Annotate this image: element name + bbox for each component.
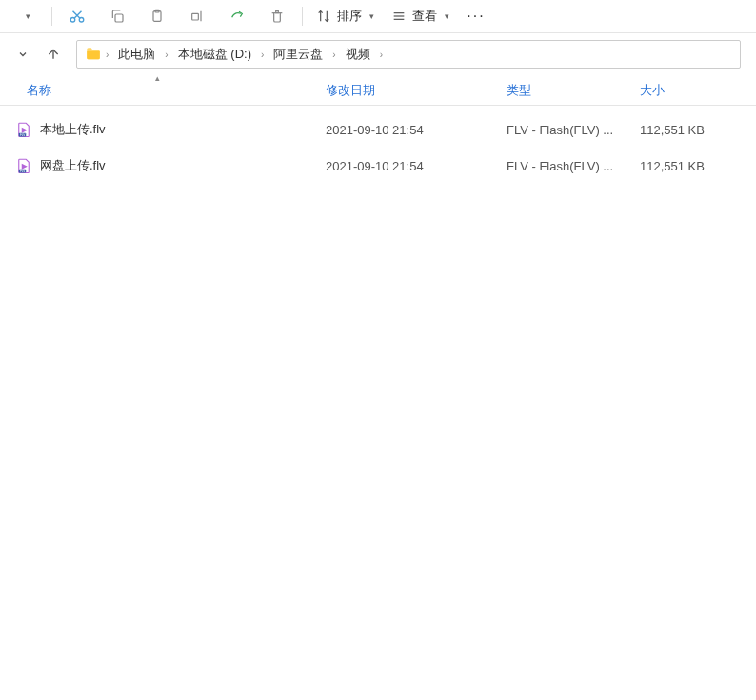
flv-file-icon: FLV bbox=[15, 157, 32, 174]
breadcrumb[interactable]: › 此电脑 › 本地磁盘 (D:) › 阿里云盘 › 视频 › bbox=[76, 40, 741, 69]
crumb-video[interactable]: 视频 bbox=[340, 44, 376, 65]
toolbar-dropdown[interactable]: ▾ bbox=[8, 3, 46, 30]
file-date: 2021-09-10 21:54 bbox=[314, 123, 495, 137]
sort-asc-icon: ▴ bbox=[155, 73, 160, 83]
file-list: FLV 本地上传.flv 2021-09-10 21:54 FLV - Flas… bbox=[0, 106, 756, 184]
file-name: 网盘上传.flv bbox=[40, 157, 106, 174]
copy-icon bbox=[109, 9, 125, 24]
column-size-label: 大小 bbox=[640, 82, 665, 99]
chevron-right-icon: › bbox=[259, 50, 266, 60]
cut-button[interactable] bbox=[58, 3, 96, 30]
chevron-right-icon: › bbox=[330, 50, 337, 60]
svg-rect-4 bbox=[115, 14, 123, 22]
separator bbox=[302, 7, 303, 26]
svg-rect-7 bbox=[192, 13, 199, 20]
crumb-aliyun[interactable]: 阿里云盘 bbox=[268, 44, 328, 65]
folder-icon bbox=[85, 46, 102, 63]
view-label: 查看 bbox=[412, 8, 437, 25]
up-button[interactable] bbox=[46, 47, 61, 62]
chevron-right-icon: › bbox=[378, 50, 385, 60]
sort-icon bbox=[316, 9, 331, 24]
chevron-right-icon: › bbox=[104, 50, 110, 60]
file-size: 112,551 KB bbox=[628, 159, 752, 173]
share-icon bbox=[229, 9, 245, 24]
rename-button[interactable] bbox=[178, 3, 216, 30]
arrow-up-icon bbox=[46, 47, 61, 62]
column-name[interactable]: ▴ 名称 bbox=[0, 75, 314, 105]
chevron-down-icon bbox=[17, 49, 29, 60]
svg-text:FLV: FLV bbox=[20, 170, 26, 173]
clipboard-icon bbox=[149, 9, 165, 24]
trash-icon bbox=[269, 9, 285, 24]
column-date-label: 修改日期 bbox=[326, 82, 375, 99]
toolbar: ▾ 排序 ▾ 查看 ▾ ··· bbox=[0, 0, 756, 32]
separator bbox=[51, 7, 52, 26]
svg-text:FLV: FLV bbox=[20, 133, 26, 137]
flv-file-icon: FLV bbox=[15, 121, 32, 138]
more-button[interactable]: ··· bbox=[459, 3, 493, 30]
column-size[interactable]: 大小 bbox=[628, 75, 752, 105]
file-date: 2021-09-10 21:54 bbox=[314, 159, 495, 173]
column-date[interactable]: 修改日期 bbox=[314, 75, 495, 105]
chevron-right-icon: › bbox=[163, 50, 169, 60]
file-type: FLV - Flash(FLV) ... bbox=[495, 159, 628, 173]
crumb-this-pc[interactable]: 此电脑 bbox=[112, 44, 161, 65]
file-type: FLV - Flash(FLV) ... bbox=[495, 123, 628, 137]
sort-button[interactable]: 排序 ▾ bbox=[308, 3, 382, 30]
scissors-icon bbox=[69, 8, 86, 25]
ellipsis-icon: ··· bbox=[467, 8, 485, 25]
column-type-label: 类型 bbox=[507, 82, 531, 99]
column-type[interactable]: 类型 bbox=[495, 75, 628, 105]
delete-button[interactable] bbox=[258, 3, 296, 30]
file-name: 本地上传.flv bbox=[40, 121, 106, 138]
crumb-drive-d[interactable]: 本地磁盘 (D:) bbox=[172, 44, 257, 65]
file-size: 112,551 KB bbox=[628, 123, 752, 137]
share-button[interactable] bbox=[218, 3, 256, 30]
columns-header: ▴ 名称 修改日期 类型 大小 bbox=[0, 75, 756, 106]
column-name-label: 名称 bbox=[27, 82, 51, 99]
addressbar: › 此电脑 › 本地磁盘 (D:) › 阿里云盘 › 视频 › bbox=[0, 33, 756, 75]
chevron-down-icon: ▾ bbox=[445, 11, 449, 21]
rename-icon bbox=[189, 9, 205, 24]
paste-button[interactable] bbox=[138, 3, 176, 30]
copy-button[interactable] bbox=[98, 3, 136, 30]
chevron-down-icon: ▾ bbox=[26, 11, 30, 21]
history-dropdown[interactable] bbox=[15, 47, 30, 62]
file-row[interactable]: FLV 本地上传.flv 2021-09-10 21:54 FLV - Flas… bbox=[0, 111, 756, 148]
chevron-down-icon: ▾ bbox=[369, 11, 374, 21]
list-icon bbox=[391, 9, 407, 24]
view-button[interactable]: 查看 ▾ bbox=[384, 3, 457, 30]
sort-label: 排序 bbox=[337, 8, 362, 25]
file-row[interactable]: FLV 网盘上传.flv 2021-09-10 21:54 FLV - Flas… bbox=[0, 148, 756, 184]
